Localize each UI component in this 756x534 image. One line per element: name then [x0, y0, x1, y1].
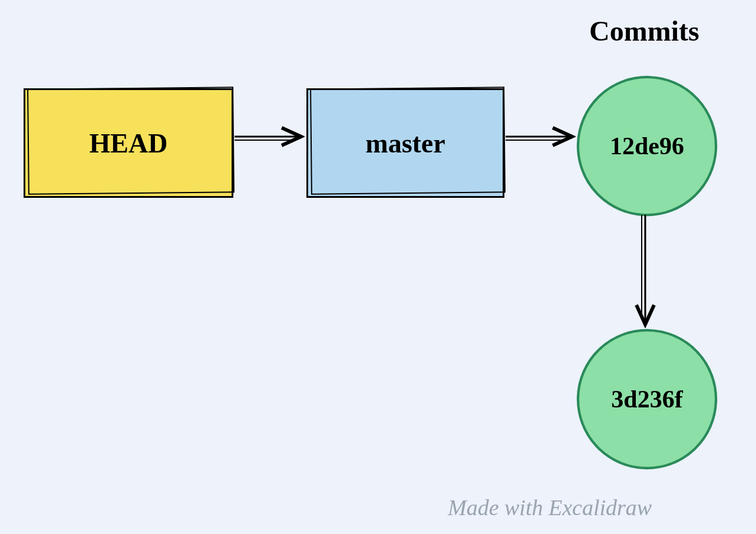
credit-text: Made with Excalidraw: [448, 495, 652, 520]
branch-box: master: [306, 88, 504, 198]
commit-node: 12de96: [577, 77, 717, 215]
branch-label: master: [365, 128, 445, 159]
commit-hash: 12de96: [610, 132, 684, 160]
commit-node: 3d236f: [577, 330, 717, 469]
commits-title: Commits: [589, 15, 699, 47]
diagram-canvas: Commits HEAD master 12de96 3d236f Made w…: [0, 0, 756, 534]
commit-hash: 3d236f: [611, 385, 682, 413]
head-label: HEAD: [90, 128, 168, 159]
head-pointer-box: HEAD: [24, 88, 233, 198]
